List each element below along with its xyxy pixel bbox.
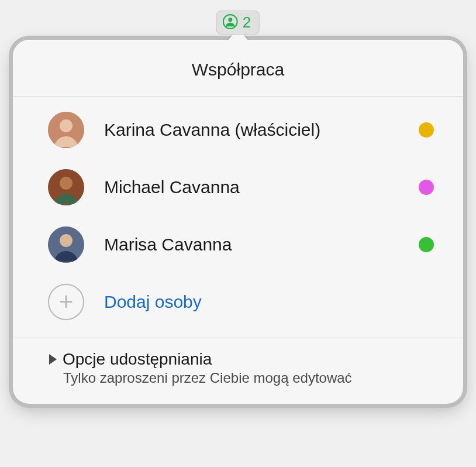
participant-row[interactable]: Karina Cavanna (właściciel) xyxy=(13,101,463,159)
person-icon xyxy=(223,14,238,32)
avatar xyxy=(48,112,84,148)
participant-row[interactable]: Michael Cavanna xyxy=(13,159,463,216)
popover-title: Współpraca xyxy=(13,40,463,97)
sharing-options-header: Opcje udostępniania xyxy=(49,350,434,369)
collaboration-badge-button[interactable]: 2 xyxy=(216,11,260,35)
sharing-options-subtitle: Tylko zaproszeni przez Ciebie mogą edyto… xyxy=(63,370,434,386)
avatar xyxy=(48,226,84,263)
add-people-label: Dodaj osoby xyxy=(104,292,202,312)
svg-point-7 xyxy=(60,234,73,247)
participant-color-dot xyxy=(419,237,434,252)
participant-color-dot xyxy=(419,180,434,195)
avatar xyxy=(48,169,84,205)
sharing-options-toggle[interactable]: Opcje udostępniania Tylko zaproszeni prz… xyxy=(13,338,463,404)
add-people-button[interactable]: + Dodaj osoby xyxy=(13,273,463,338)
svg-point-3 xyxy=(60,119,73,132)
collaboration-popover: Współpraca Karina Cavanna (właściciel) M… xyxy=(13,40,463,404)
participant-name: Marisa Cavanna xyxy=(104,235,399,255)
sharing-options-title: Opcje udostępniania xyxy=(63,350,212,369)
disclosure-triangle-icon xyxy=(49,354,57,365)
svg-point-5 xyxy=(60,177,73,190)
participant-name: Michael Cavanna xyxy=(104,177,399,197)
svg-point-1 xyxy=(228,18,232,22)
participant-row[interactable]: Marisa Cavanna xyxy=(13,216,463,273)
participants-list: Karina Cavanna (właściciel) Michael Cava… xyxy=(13,97,463,338)
participant-name: Karina Cavanna (właściciel) xyxy=(104,120,399,140)
popover-body: Współpraca Karina Cavanna (właściciel) M… xyxy=(13,40,463,404)
badge-count: 2 xyxy=(243,13,251,32)
participant-color-dot xyxy=(419,122,434,138)
plus-icon: + xyxy=(48,284,84,320)
